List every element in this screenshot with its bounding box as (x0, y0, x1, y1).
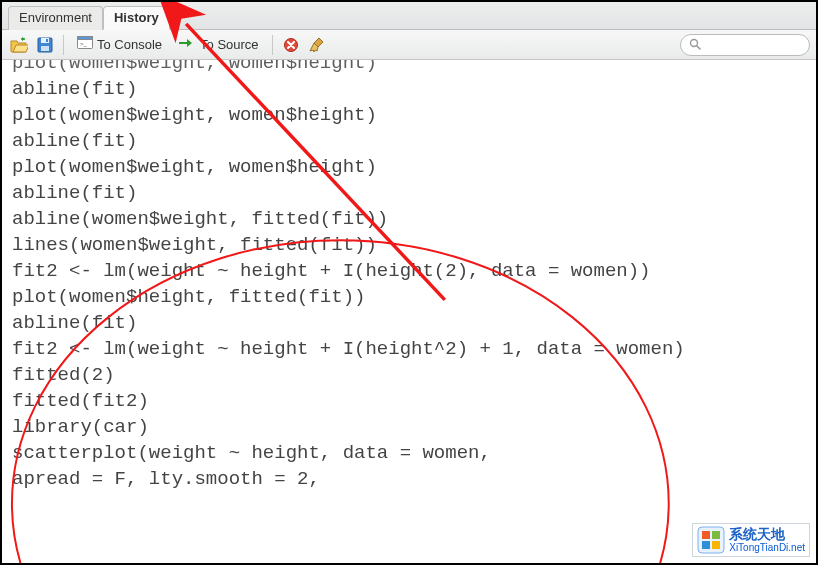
history-line[interactable]: apread = F, lty.smooth = 2, (12, 466, 806, 492)
history-line[interactable]: fit2 <- lm(weight ~ height + I(height^2)… (12, 336, 806, 362)
watermark-url: XiTongTianDi.net (729, 542, 805, 553)
svg-rect-2 (41, 46, 49, 51)
svg-rect-14 (702, 541, 710, 549)
history-line[interactable]: lines(women$weight, fitted(fit)) (12, 232, 806, 258)
svg-rect-11 (698, 527, 724, 553)
history-line[interactable]: abline(fit) (12, 310, 806, 336)
history-line[interactable]: fitted(2) (12, 362, 806, 388)
tab-environment[interactable]: Environment (8, 6, 103, 30)
history-line[interactable]: plot(women$weight, women$height) (12, 60, 806, 76)
svg-rect-5 (78, 37, 93, 40)
svg-rect-13 (712, 531, 720, 539)
window-frame: { "tabs": { "environment": "Environment"… (0, 0, 818, 565)
history-line[interactable]: plot(women$height, fitted(fit)) (12, 284, 806, 310)
open-icon[interactable] (8, 34, 30, 56)
history-line[interactable]: scatterplot(weight ~ height, data = wome… (12, 440, 806, 466)
to-source-button[interactable]: To Source (172, 33, 265, 57)
history-line[interactable]: plot(women$weight, women$height) (12, 102, 806, 128)
search-box[interactable] (680, 34, 810, 56)
tab-history[interactable]: History (103, 6, 170, 30)
to-console-button[interactable]: >_ To Console (71, 33, 168, 57)
history-line[interactable]: fitted(fit2) (12, 388, 806, 414)
history-code-area[interactable]: plot(women$weight, women$height)abline(f… (2, 60, 816, 563)
history-line[interactable]: library(car) (12, 414, 806, 440)
history-line[interactable]: plot(women$weight, women$height) (12, 154, 806, 180)
svg-text:>_: >_ (80, 41, 88, 47)
history-line[interactable]: abline(women$weight, fitted(fit)) (12, 206, 806, 232)
history-toolbar: >_ To Console To Source (2, 30, 816, 60)
console-icon: >_ (77, 36, 93, 53)
history-line[interactable]: abline(fit) (12, 76, 806, 102)
watermark: 系统天地 XiTongTianDi.net (692, 523, 810, 557)
svg-rect-15 (712, 541, 720, 549)
toolbar-separator (63, 35, 64, 55)
save-icon[interactable] (34, 34, 56, 56)
history-line[interactable]: fit2 <- lm(weight ~ height + I(height(2)… (12, 258, 806, 284)
history-line[interactable]: abline(fit) (12, 180, 806, 206)
watermark-title: 系统天地 (729, 527, 805, 542)
search-input[interactable] (705, 38, 818, 52)
svg-rect-3 (46, 39, 48, 42)
toolbar-separator (272, 35, 273, 55)
to-console-label: To Console (97, 37, 162, 52)
to-source-label: To Source (200, 37, 259, 52)
watermark-logo-icon (697, 526, 725, 554)
delete-icon[interactable] (280, 34, 302, 56)
search-icon (689, 36, 701, 54)
broom-icon[interactable] (306, 34, 328, 56)
tab-bar: Environment History (2, 2, 816, 30)
svg-line-9 (697, 46, 700, 49)
svg-rect-12 (702, 531, 710, 539)
source-arrow-icon (178, 37, 196, 52)
history-line[interactable]: abline(fit) (12, 128, 806, 154)
